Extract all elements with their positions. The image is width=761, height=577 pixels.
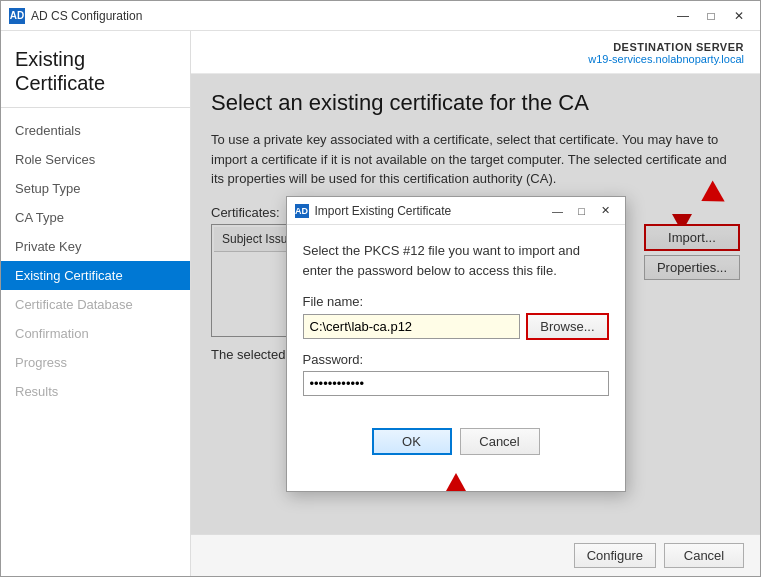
import-certificate-modal: AD Import Existing Certificate — □ ✕ Se: [286, 196, 626, 492]
sidebar: Existing Certificate Credentials Role Se…: [1, 31, 191, 576]
destination-server: DESTINATION SERVER w19-services.nolabnop…: [588, 41, 744, 65]
modal-title: Import Existing Certificate: [315, 204, 547, 218]
window-title: AD CS Configuration: [31, 9, 670, 23]
minimize-button[interactable]: —: [670, 5, 696, 27]
file-name-input[interactable]: [303, 314, 521, 339]
modal-title-bar: AD Import Existing Certificate — □ ✕: [287, 197, 625, 225]
modal-cancel-button[interactable]: Cancel: [460, 428, 540, 455]
arrow-up-indicator: [287, 473, 625, 491]
content-area: DESTINATION SERVER w19-services.nolabnop…: [191, 31, 760, 576]
sidebar-item-progress: Progress: [1, 348, 190, 377]
sidebar-item-private-key[interactable]: Private Key: [1, 232, 190, 261]
file-name-row: Browse...: [303, 313, 609, 340]
sidebar-item-setup-type[interactable]: Setup Type: [1, 174, 190, 203]
modal-overlay: AD Import Existing Certificate — □ ✕ Se: [191, 74, 760, 534]
bottom-bar: Configure Cancel: [191, 534, 760, 576]
sidebar-header: Existing Certificate: [1, 31, 190, 108]
sidebar-item-existing-certificate[interactable]: Existing Certificate: [1, 261, 190, 290]
sidebar-item-role-services[interactable]: Role Services: [1, 145, 190, 174]
password-input[interactable]: [303, 371, 609, 396]
window-controls: — □ ✕: [670, 5, 752, 27]
close-button[interactable]: ✕: [726, 5, 752, 27]
modal-close-button[interactable]: ✕: [595, 201, 617, 221]
modal-description: Select the PKCS #12 file you want to imp…: [303, 241, 609, 280]
main-window: AD AD CS Configuration — □ ✕ Existing Ce…: [0, 0, 761, 577]
modal-minimize-button[interactable]: —: [547, 201, 569, 221]
file-name-label: File name:: [303, 294, 609, 309]
sidebar-item-confirmation: Confirmation: [1, 319, 190, 348]
modal-maximize-button[interactable]: □: [571, 201, 593, 221]
modal-body: Select the PKCS #12 file you want to imp…: [287, 225, 625, 420]
sidebar-item-results: Results: [1, 377, 190, 406]
modal-controls: — □ ✕: [547, 201, 617, 221]
cancel-button[interactable]: Cancel: [664, 543, 744, 568]
content-body: Select an existing certificate for the C…: [191, 74, 760, 534]
sidebar-item-credentials[interactable]: Credentials: [1, 116, 190, 145]
password-group: Password:: [303, 352, 609, 396]
sidebar-nav: Credentials Role Services Setup Type CA …: [1, 108, 190, 576]
sidebar-title: Existing Certificate: [15, 47, 176, 95]
sidebar-item-certificate-database: Certificate Database: [1, 290, 190, 319]
title-bar: AD AD CS Configuration — □ ✕: [1, 1, 760, 31]
sidebar-item-ca-type[interactable]: CA Type: [1, 203, 190, 232]
arrow-dialog-pointer: [695, 181, 724, 212]
maximize-button[interactable]: □: [698, 5, 724, 27]
content-header: DESTINATION SERVER w19-services.nolabnop…: [191, 31, 760, 74]
configure-button[interactable]: Configure: [574, 543, 656, 568]
ok-button[interactable]: OK: [372, 428, 452, 455]
file-name-group: File name: Browse...: [303, 294, 609, 340]
modal-app-icon: AD: [295, 204, 309, 218]
password-row: [303, 371, 609, 396]
destination-label: DESTINATION SERVER: [588, 41, 744, 53]
modal-footer: OK Cancel: [287, 420, 625, 469]
password-label: Password:: [303, 352, 609, 367]
main-content: Existing Certificate Credentials Role Se…: [1, 31, 760, 576]
browse-button[interactable]: Browse...: [526, 313, 608, 340]
destination-value: w19-services.nolabnoparty.local: [588, 53, 744, 65]
app-icon: AD: [9, 8, 25, 24]
